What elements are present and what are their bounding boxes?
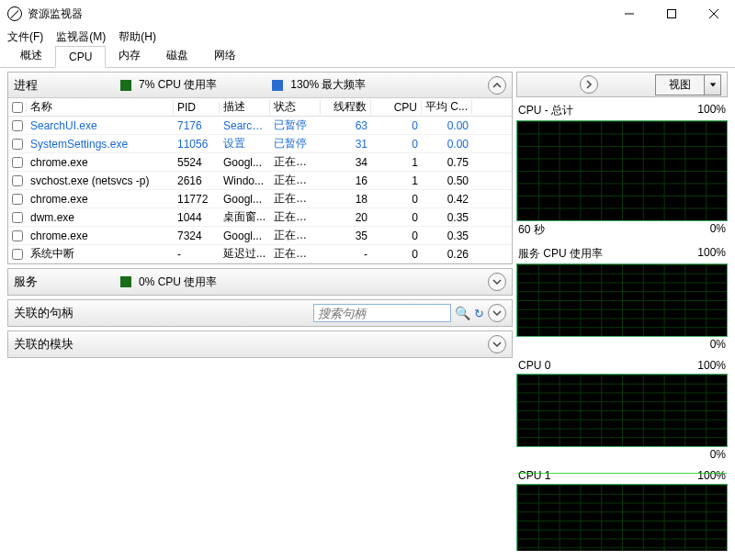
cell-name: svchost.exe (netsvcs -p) <box>27 174 174 187</box>
maximize-button[interactable] <box>650 0 693 28</box>
collapse-side-icon[interactable] <box>580 75 598 94</box>
collapse-icon[interactable] <box>488 76 506 95</box>
panel-modules-header[interactable]: 关联的模块 <box>8 331 512 357</box>
panel-services-header[interactable]: 服务 0% CPU 使用率 <box>8 269 512 295</box>
table-row[interactable]: dwm.exe1044桌面窗...正在运行2000.35 <box>8 208 512 227</box>
svg-marker-4 <box>709 83 715 86</box>
cell-cpu: 0 <box>371 193 422 206</box>
cell-avg: 0.75 <box>422 156 472 169</box>
col-pid[interactable]: PID <box>174 101 220 114</box>
cell-avg: 0.35 <box>422 211 472 224</box>
cpu-graph <box>516 120 728 221</box>
cell-threads: - <box>321 248 371 261</box>
menu-file[interactable]: 文件(F) <box>7 29 43 45</box>
cell-cpu: 0 <box>371 211 422 224</box>
panel-processes-header[interactable]: 进程 7% CPU 使用率 130% 最大频率 <box>8 73 512 98</box>
menu-monitor[interactable]: 监视器(M) <box>56 29 106 45</box>
panel-processes: 进程 7% CPU 使用率 130% 最大频率 名称 PID 描述 状态 线程数… <box>7 72 513 264</box>
cell-cpu: 0 <box>371 119 422 132</box>
graph-title: CPU - 总计 <box>518 103 573 118</box>
table-row[interactable]: chrome.exe7324Googl...正在运行3500.35 <box>8 227 512 245</box>
graph-max: 100% <box>697 103 726 118</box>
graph-block: CPU 0100%0% <box>516 359 728 462</box>
cell-name: SystemSettings.exe <box>27 138 174 151</box>
cell-threads: 34 <box>321 156 371 169</box>
row-checkbox[interactable] <box>12 230 23 241</box>
cell-cpu: 0 <box>371 230 422 242</box>
minimize-button[interactable] <box>608 0 650 28</box>
table-row[interactable]: chrome.exe11772Googl...正在运行1800.42 <box>8 190 512 208</box>
panel-processes-title: 进程 <box>14 77 38 94</box>
check-all[interactable] <box>12 102 23 113</box>
tab-cpu[interactable]: CPU <box>55 46 106 68</box>
row-checkbox[interactable] <box>12 175 23 186</box>
table-row[interactable]: svchost.exe (netsvcs -p)2616Windo...正在运行… <box>8 172 512 190</box>
panel-handles-header[interactable]: 关联的句柄 🔍 ↻ <box>8 300 512 326</box>
cell-status: 已暂停 <box>270 118 321 133</box>
col-name[interactable]: 名称 <box>27 99 174 115</box>
table-row[interactable]: chrome.exe5524Googl...正在运行3410.75 <box>8 153 512 172</box>
cell-avg: 0.26 <box>422 248 472 261</box>
row-checkbox[interactable] <box>12 139 23 150</box>
cell-pid: 2616 <box>174 174 220 187</box>
table-header: 名称 PID 描述 状态 线程数 CPU 平均 C... <box>8 98 512 117</box>
panel-handles-title: 关联的句柄 <box>14 305 74 321</box>
cell-status: 正在运行 <box>270 173 321 188</box>
cell-avg: 0.00 <box>422 119 472 132</box>
refresh-icon[interactable]: ↻ <box>474 307 484 320</box>
cell-avg: 0.42 <box>422 193 472 206</box>
panel-services: 服务 0% CPU 使用率 <box>7 268 513 296</box>
row-checkbox[interactable] <box>12 212 23 223</box>
table-row[interactable]: 系统中断-延迟过...正在运行-00.26 <box>8 245 512 263</box>
cell-avg: 0.00 <box>422 138 472 151</box>
max-freq-icon <box>272 80 283 91</box>
cpu-usage-label: 7% CPU 使用率 <box>139 77 217 93</box>
max-freq-label: 130% 最大频率 <box>290 77 366 93</box>
cell-name: chrome.exe <box>27 193 174 206</box>
cell-pid: 7324 <box>174 230 220 242</box>
cell-threads: 31 <box>321 138 371 151</box>
cell-cpu: 1 <box>371 156 422 169</box>
row-checkbox[interactable] <box>12 157 23 168</box>
cell-status: 正在运行 <box>270 228 321 243</box>
cell-desc: Googl... <box>220 230 270 242</box>
chevron-down-icon <box>704 75 720 95</box>
close-button[interactable] <box>693 0 735 28</box>
cell-avg: 0.35 <box>422 230 472 242</box>
row-checkbox[interactable] <box>12 249 23 260</box>
process-rows: SearchUI.exe7176Search...已暂停6300.00Syste… <box>8 117 512 263</box>
expand-icon[interactable] <box>488 335 506 353</box>
view-dropdown[interactable]: 视图 <box>655 74 721 95</box>
tab-memory[interactable]: 内存 <box>106 44 153 67</box>
col-avg[interactable]: 平均 C... <box>422 99 472 115</box>
tab-network[interactable]: 网络 <box>201 44 249 67</box>
tab-overview[interactable]: 概述 <box>7 44 55 67</box>
cell-cpu: 0 <box>371 138 422 151</box>
row-checkbox[interactable] <box>12 194 23 205</box>
cell-name: dwm.exe <box>27 211 174 224</box>
cell-desc: Googl... <box>220 156 270 169</box>
cpu-usage-icon <box>120 276 131 287</box>
search-icon[interactable]: 🔍 <box>455 306 470 320</box>
cell-name: chrome.exe <box>27 230 174 242</box>
cell-name: SearchUI.exe <box>27 119 174 132</box>
expand-icon[interactable] <box>488 304 506 322</box>
view-label: 视图 <box>656 75 704 95</box>
col-cpu[interactable]: CPU <box>371 101 422 114</box>
handle-search-input[interactable] <box>313 304 451 322</box>
col-threads[interactable]: 线程数 <box>321 99 371 115</box>
row-checkbox[interactable] <box>12 120 23 131</box>
table-row[interactable]: SearchUI.exe7176Search...已暂停6300.00 <box>8 117 512 135</box>
cell-name: chrome.exe <box>27 156 174 169</box>
col-desc[interactable]: 描述 <box>220 99 270 115</box>
cell-threads: 20 <box>321 211 371 224</box>
col-status[interactable]: 状态 <box>270 99 321 115</box>
expand-icon[interactable] <box>488 273 506 291</box>
cell-cpu: 0 <box>371 248 422 261</box>
cell-status: 已暂停 <box>270 136 321 151</box>
table-row[interactable]: SystemSettings.exe11056设置已暂停3100.00 <box>8 135 512 153</box>
tab-disk[interactable]: 磁盘 <box>153 44 201 67</box>
menu-help[interactable]: 帮助(H) <box>119 29 156 45</box>
cell-pid: 11056 <box>174 138 220 151</box>
cell-avg: 0.50 <box>422 174 472 187</box>
